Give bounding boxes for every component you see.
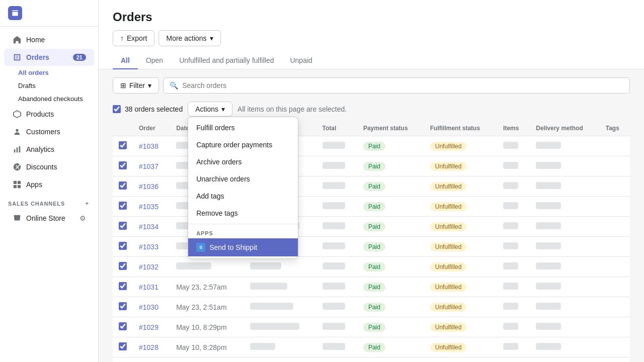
row-checkbox[interactable] [119, 282, 127, 290]
row-checkbox-cell [113, 176, 133, 197]
export-button[interactable]: ↑ Export [113, 30, 154, 46]
order-link[interactable]: #1028 [139, 343, 158, 351]
table-row: #1030 May 23, 2:51am Paid Unfulfilled [113, 297, 630, 317]
sidebar-item-customers-label: Customers [26, 128, 60, 136]
main-content: Orders ↑ Export More actions ▾ All Open … [99, 0, 644, 362]
sidebar-item-apps[interactable]: Apps [4, 176, 94, 193]
order-delivery-cell [530, 237, 599, 257]
row-checkbox[interactable] [119, 242, 127, 250]
dropdown-capture-payments[interactable]: Capture order payments [188, 136, 298, 153]
row-checkbox[interactable] [119, 322, 127, 330]
table-row: #1028 May 10, 8:28pm Paid Unfulfilled [113, 337, 630, 357]
order-delivery-cell [530, 217, 599, 237]
order-link[interactable]: #1038 [139, 142, 158, 150]
row-checkbox[interactable] [119, 342, 127, 350]
order-tabs: All Open Unfulfilled and partially fulfi… [113, 52, 630, 69]
sidebar-item-all-orders[interactable]: All orders [12, 66, 94, 79]
sidebar-item-abandoned[interactable]: Abandoned checkouts [12, 93, 94, 105]
row-checkbox[interactable] [119, 161, 127, 169]
order-link[interactable]: #1036 [139, 183, 158, 191]
actions-button[interactable]: Actions ▾ [188, 102, 232, 117]
sidebar-item-home-label: Home [26, 36, 45, 44]
order-fulfillment-cell: Unfulfilled [424, 277, 497, 297]
order-delivery-cell [530, 136, 599, 156]
order-fulfillment-cell: Unfulfilled [424, 297, 497, 317]
order-total-cell [316, 317, 357, 337]
order-delivery-cell [530, 156, 599, 176]
order-link[interactable]: #1031 [139, 283, 158, 291]
dropdown-unarchive-orders[interactable]: Unarchive orders [188, 170, 298, 188]
order-id-cell: #1031 [133, 277, 170, 297]
search-input[interactable] [182, 81, 623, 89]
fulfillment-badge: Unfulfilled [430, 182, 467, 191]
order-link[interactable]: #1033 [139, 243, 158, 251]
apps-section-label: APPS [188, 226, 298, 238]
col-checkbox [113, 121, 133, 136]
order-link[interactable]: #1034 [139, 223, 158, 231]
order-link[interactable]: #1032 [139, 263, 158, 271]
sidebar-item-analytics[interactable]: Analytics [4, 141, 94, 158]
dropdown-archive-orders[interactable]: Archive orders [188, 153, 298, 170]
order-payment-cell: Paid [357, 297, 424, 317]
sidebar-item-home[interactable]: Home [4, 31, 94, 48]
orders-badge: 21 [73, 54, 86, 61]
add-sales-channel-icon[interactable]: ＋ [84, 200, 90, 207]
order-date-cell: May 23, 2:51am [170, 297, 244, 317]
order-link[interactable]: #1037 [139, 162, 158, 170]
store-icon [8, 6, 22, 20]
sidebar-item-orders[interactable]: Orders 21 [4, 49, 94, 66]
row-checkbox[interactable] [119, 202, 127, 210]
sidebar-logo [0, 0, 98, 27]
dropdown-add-tags[interactable]: Add tags [188, 188, 298, 205]
tab-unfulfilled[interactable]: Unfulfilled and partially fulfilled [171, 52, 282, 69]
dropdown-fulfill-orders[interactable]: Fulfill orders [188, 119, 298, 136]
row-checkbox[interactable] [119, 141, 127, 149]
fulfillment-badge: Unfulfilled [430, 222, 467, 231]
order-link[interactable]: #1035 [139, 203, 158, 211]
row-checkbox[interactable] [119, 262, 127, 270]
order-delivery-cell [530, 317, 599, 337]
tab-unpaid[interactable]: Unpaid [282, 52, 320, 69]
order-payment-cell: Paid [357, 317, 424, 337]
sidebar-item-customers[interactable]: Customers [4, 123, 94, 140]
order-tags-cell [600, 197, 630, 217]
sidebar-item-products[interactable]: Products [4, 106, 94, 123]
order-items-cell [497, 337, 530, 357]
svg-rect-2 [17, 147, 18, 152]
row-checkbox[interactable] [119, 222, 127, 230]
apps-icon [12, 179, 22, 190]
order-tags-cell [600, 297, 630, 317]
more-actions-button[interactable]: More actions ▾ [158, 30, 220, 46]
tab-open[interactable]: Open [138, 52, 171, 69]
order-id-cell: #1032 [133, 257, 170, 277]
select-all-checkbox[interactable] [113, 105, 121, 113]
order-fulfillment-cell: Unfulfilled [424, 217, 497, 237]
row-checkbox-cell [113, 156, 133, 176]
row-checkbox-cell [113, 197, 133, 217]
order-id-cell: #1028 [133, 337, 170, 357]
dropdown-remove-tags[interactable]: Remove tags [188, 205, 298, 222]
dropdown-shippit[interactable]: S Send to Shippit [188, 238, 298, 256]
sidebar-item-online-store[interactable]: Online Store ⚙ [4, 210, 94, 227]
svg-rect-4 [14, 181, 17, 184]
tab-all[interactable]: All [113, 52, 138, 69]
order-customer-cell [244, 317, 316, 337]
search-box[interactable]: 🔍 [163, 77, 630, 94]
abandoned-label: Abandoned checkouts [18, 95, 83, 103]
payment-badge: Paid [363, 162, 385, 171]
order-link[interactable]: #1029 [139, 323, 158, 331]
filter-icon: ⊞ [120, 81, 126, 89]
row-checkbox-cell [113, 257, 133, 277]
sidebar-item-drafts[interactable]: Drafts [12, 79, 94, 92]
online-store-settings-icon[interactable]: ⚙ [79, 214, 86, 222]
content-area: ⊞ Filter ▾ 🔍 38 orders selected Actions … [99, 69, 644, 362]
row-checkbox[interactable] [119, 302, 127, 310]
more-actions-label: More actions [166, 34, 206, 42]
order-payment-cell: Paid [357, 156, 424, 176]
row-checkbox[interactable] [119, 182, 127, 190]
fulfillment-badge: Unfulfilled [430, 343, 467, 352]
sidebar-item-discounts[interactable]: Discounts [4, 158, 94, 175]
order-items-cell [497, 176, 530, 197]
order-link[interactable]: #1030 [139, 303, 158, 311]
filter-button[interactable]: ⊞ Filter ▾ [113, 77, 159, 94]
